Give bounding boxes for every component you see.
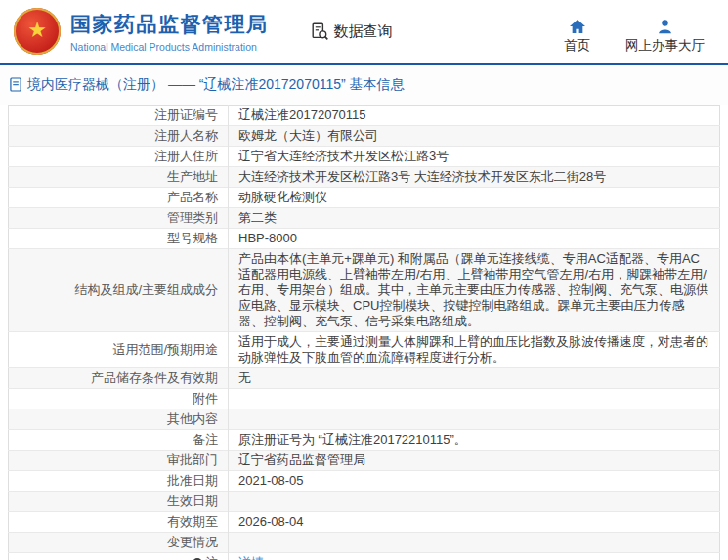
page-header: ★ 国家药品监督管理局 National Medical Products Ad… [0,0,728,65]
row-label: 其他内容 [9,409,229,430]
header-right-nav: 首页 网上办事大厅 [564,9,705,55]
table-row: 注册人名称 欧姆龙（大连）有限公司 [9,126,720,147]
breadcrumb: 境内医疗器械（注册） —— “辽械注准20172070115” 基本信息 [0,65,728,105]
row-value: 详情 [229,553,720,560]
document-search-icon [310,22,329,41]
row-label: 注册证编号 [9,106,229,126]
table-row: 其他内容 [9,409,720,430]
row-label: 审批部门 [9,451,229,471]
org-name-cn: 国家药品监督管理局 [70,11,269,38]
row-value: 欧姆龙（大连）有限公司 [229,126,720,147]
row-label: 型号规格 [9,229,229,249]
table-row: 有效期至 2026-08-04 [9,512,720,533]
table-row: 结构及组成/主要组成成分 产品由本体(主单元+踝单元) 和附属品（踝单元连接线缆… [9,249,720,332]
nav-data-query-label: 数据查询 [334,22,393,41]
table-row: 注 详情 [9,553,720,560]
row-value: 2026-08-04 [229,512,720,533]
row-label: 适用范围/预期用途 [9,332,229,368]
table-row: 变更情况 [9,533,720,553]
home-icon [569,19,586,34]
table-row: 审批部门 辽宁省药品监督管理局 [9,451,720,471]
table-row: 型号规格 HBP-8000 [9,229,720,249]
row-label: 注 [9,553,229,560]
row-value [229,409,720,430]
row-label: 生产地址 [9,167,229,188]
nav-service-hall[interactable]: 网上办事大厅 [625,19,705,55]
nav-data-query[interactable]: 数据查询 [310,22,393,41]
row-label: 注册人住所 [9,147,229,167]
table-row: 附件 [9,389,720,409]
row-value: 第二类 [229,208,720,229]
row-value [229,533,720,553]
row-value [229,389,720,409]
row-value: 适用于成人，主要通过测量人体脚踝和上臂的血压比指数及脉波传播速度，对患者的动脉弹… [229,332,720,368]
details-link[interactable]: 详情 [238,555,264,560]
row-value: 辽宁省药品监督管理局 [229,451,720,471]
page-title: 境内医疗器械（注册） —— “辽械注准20172070115” 基本信息 [27,76,405,94]
table-row: 生效日期 [9,492,720,512]
row-label: 变更情况 [9,533,229,553]
nav-service-hall-label: 网上办事大厅 [625,37,705,55]
user-icon [657,19,673,34]
row-value [229,492,720,512]
row-label: 产品名称 [9,188,229,208]
registration-info-section: 注册证编号 辽械注准20172070115 注册人名称 欧姆龙（大连）有限公司 … [8,105,720,560]
nav-home-label: 首页 [564,37,590,55]
table-row: 产品名称 动脉硬化检测仪 [9,188,720,208]
info-table: 注册证编号 辽械注准20172070115 注册人名称 欧姆龙（大连）有限公司 … [8,105,720,560]
table-row: 注册证编号 辽械注准20172070115 [9,106,720,126]
row-label: 管理类别 [9,208,229,229]
table-row: 生产地址 大连经济技术开发区松江路3号 大连经济技术开发区东北二街28号 [9,167,720,188]
row-value: HBP-8000 [229,229,720,249]
table-row: 批准日期 2021-08-05 [9,471,720,492]
row-label: 批准日期 [9,471,229,492]
table-row: 备注 原注册证号为 “辽械注准20172210115”。 [9,430,720,451]
nav-home[interactable]: 首页 [564,19,590,55]
row-label: 生效日期 [9,492,229,512]
national-emblem-icon: ★ [14,8,61,55]
row-label: 附件 [9,389,229,409]
site-logo: ★ 国家药品监督管理局 National Medical Products Ad… [14,8,269,55]
row-label: 结构及组成/主要组成成分 [9,249,229,332]
org-name-en: National Medical Products Administration [70,41,269,53]
row-value: 动脉硬化检测仪 [229,188,720,208]
table-row: 产品储存条件及有效期 无 [9,368,720,389]
document-icon [10,77,22,92]
row-value: 产品由本体(主单元+踝单元) 和附属品（踝单元连接线缆、专用AC适配器、专用AC… [229,249,720,332]
row-label: 有效期至 [9,512,229,533]
row-label: 产品储存条件及有效期 [9,368,229,389]
row-label: 备注 [9,430,229,451]
row-value: 无 [229,368,720,389]
table-row: 注册人住所 辽宁省大连经济技术开发区松江路3号 [9,147,720,167]
row-value: 原注册证号为 “辽械注准20172210115”。 [229,430,720,451]
table-row: 适用范围/预期用途 适用于成人，主要通过测量人体脚踝和上臂的血压比指数及脉波传播… [9,332,720,368]
row-value: 2021-08-05 [229,471,720,492]
row-value: 辽械注准20172070115 [229,106,720,126]
table-row: 管理类别 第二类 [9,208,720,229]
row-value: 辽宁省大连经济技术开发区松江路3号 [229,147,720,167]
row-value: 大连经济技术开发区松江路3号 大连经济技术开发区东北二街28号 [229,167,720,188]
row-label: 注册人名称 [9,126,229,147]
